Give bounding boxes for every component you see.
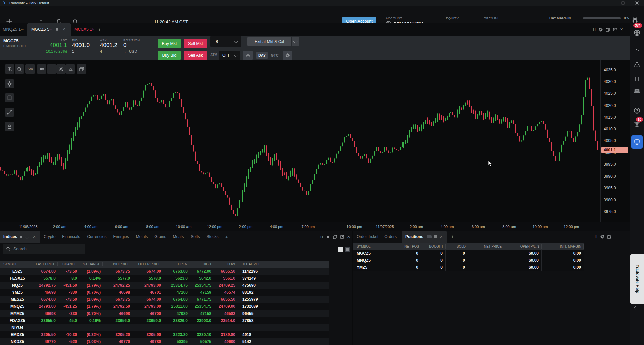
positions-list-icon[interactable]: [434, 235, 437, 238]
community-icon[interactable]: [633, 87, 641, 95]
zoom-in-icon[interactable]: [5, 64, 14, 74]
positions-stack-icon[interactable]: [607, 235, 611, 239]
order-gear-icon[interactable]: [283, 51, 292, 60]
exit-at-mkt-button[interactable]: Exit at Mkt & Cxl: [247, 37, 291, 46]
watchlist-tab-indices[interactable]: Indices ✕: [0, 231, 40, 243]
watchlist-tab-meats[interactable]: Meats: [173, 234, 184, 239]
settings-sliders-icon[interactable]: [631, 17, 639, 24]
zoom-out-icon[interactable]: [15, 64, 24, 74]
panel-close-icon[interactable]: ✕: [620, 27, 623, 32]
panel-h-icon[interactable]: H: [593, 28, 596, 32]
positions-col-symbol[interactable]: SYMBOL: [353, 244, 398, 249]
list-view-toggle[interactable]: [345, 247, 350, 252]
positions-toggle[interactable]: [427, 235, 432, 238]
watchlist-tab-stocks[interactable]: Stocks: [207, 234, 219, 239]
buy-bid-button[interactable]: Buy Bid: [158, 51, 181, 60]
positions-h-icon[interactable]: H: [595, 235, 597, 239]
watchlist-tab-energies[interactable]: Energies: [113, 234, 129, 239]
tab-mnqz5[interactable]: MNQZ5 1m: [3, 23, 24, 36]
positions-row-mnqz5[interactable]: MNQZ5000$0.000.00: [353, 257, 584, 264]
duplicate-chart-icon[interactable]: [77, 64, 86, 74]
watchlist-col-symbol[interactable]: SYMBOL: [0, 262, 35, 266]
panel-popout-icon[interactable]: [613, 28, 617, 32]
chart-type-candles-icon[interactable]: [37, 64, 46, 74]
watchlist-tab-softs[interactable]: Softs: [191, 234, 200, 239]
tab-positions[interactable]: Positions ✕: [402, 231, 447, 243]
tab-orders[interactable]: Orders: [384, 234, 397, 239]
exit-chevron-down-icon[interactable]: [292, 37, 299, 46]
positions-col-net-price[interactable]: NET PRICE: [468, 244, 504, 249]
watchlist-tab-chevron-icon[interactable]: [25, 234, 29, 239]
atm-gear-icon[interactable]: [243, 51, 253, 60]
add-watchlist-tab-icon[interactable]: +: [225, 234, 228, 240]
watchlist-row-niyu4[interactable]: NIYU4: [0, 324, 329, 331]
alerts-warning-icon[interactable]: [633, 60, 641, 68]
watchlist-col--change[interactable]: %CHANGE: [79, 262, 103, 266]
watchlist-row-emdz5[interactable]: EMDZ53205.50-10.30(0.32%)3205.203205.903…: [0, 331, 329, 338]
gtc-toggle[interactable]: GTC: [269, 52, 280, 59]
positions-row-mgcz5[interactable]: MGCZ5000$0.000.00: [353, 250, 584, 257]
watchlist-tab-financials[interactable]: Financials: [62, 234, 80, 239]
watchlist-gear-icon[interactable]: [326, 235, 330, 239]
notes-tool-icon[interactable]: [5, 93, 14, 102]
watchlist-row-mnqz5[interactable]: MNQZ524793.00-451.25(1.79%)24792.5024793…: [0, 303, 329, 310]
feed-globe-icon[interactable]: [633, 29, 641, 37]
positions-tab-close-icon[interactable]: ✕: [440, 235, 443, 239]
select-region-icon[interactable]: [47, 64, 56, 74]
positions-col-bought[interactable]: BOUGHT: [421, 244, 446, 249]
lock-tool-icon[interactable]: [5, 122, 14, 131]
quantity-select[interactable]: 8: [210, 36, 241, 47]
watchlist-row-ymz5[interactable]: YMZ546698-330(0.70%)46698467014710047159…: [0, 289, 329, 296]
watchlist-tab-metals[interactable]: Metals: [136, 234, 148, 239]
chart-panel[interactable]: 5m 4035.04030.04025.04020.04015.04010.04…: [0, 60, 630, 222]
close-icon[interactable]: [630, 0, 644, 6]
watchlist-col-low[interactable]: LOW: [213, 262, 237, 266]
watchlist-popout-icon[interactable]: [340, 235, 344, 239]
watchlist-col-bid-price[interactable]: BID PRICE: [103, 262, 132, 266]
watchlist-tab-grains[interactable]: Grains: [154, 234, 166, 239]
minimize-icon[interactable]: [602, 0, 616, 6]
tab-mclx5[interactable]: MCLX5 1h: [74, 23, 94, 36]
tab-close-icon[interactable]: ✕: [62, 27, 65, 32]
watchlist-h-icon[interactable]: H: [320, 235, 323, 239]
panel-stack-icon[interactable]: [606, 28, 610, 32]
watchlist-col-offer-price[interactable]: OFFER PRICE: [132, 262, 163, 266]
protection-shield-icon[interactable]: [631, 135, 643, 149]
positions-col-net-pos[interactable]: NET POS: [398, 244, 421, 249]
watchlist-col-last-price[interactable]: LAST PRICE: [35, 262, 58, 266]
tradovate-help-tab[interactable]: Tradovate Help: [630, 254, 644, 304]
watchlist-row-fesxz5[interactable]: FESXZ55578.08.00.14%5577.05578.05623.056…: [0, 275, 329, 282]
add-tab-icon[interactable]: +: [98, 23, 101, 36]
watchlist-row-mesz5[interactable]: MESZ56674.00-73.50(1.09%)6673.756674.006…: [0, 296, 329, 303]
panel-gear-icon[interactable]: [599, 28, 603, 32]
add-panel-tab-icon[interactable]: +: [451, 234, 454, 239]
watchlist-col-change[interactable]: CHANGE: [58, 262, 79, 266]
positions-col-open-p-l-[interactable]: OPEN P/L, $: [504, 244, 542, 249]
watchlist-stack-icon[interactable]: [333, 235, 337, 239]
columns-icon[interactable]: [633, 75, 641, 83]
sell-mkt-button[interactable]: Sell Mkt: [184, 39, 207, 48]
chat-icon[interactable]: [633, 44, 641, 52]
axis-scale-icon[interactable]: [66, 64, 75, 74]
maximize-icon[interactable]: [616, 0, 630, 6]
atm-select[interactable]: OFF: [219, 51, 240, 60]
chart-settings-gear-icon[interactable]: [56, 64, 66, 74]
watchlist-row-fdaxz5[interactable]: FDAXZ523655.045.00.19%23656.023659.02382…: [0, 317, 329, 324]
watchlist-col-total-vol-[interactable]: TOTAL VOL.: [237, 262, 288, 266]
buy-mkt-button[interactable]: Buy Mkt: [158, 39, 181, 48]
watchlist-row-mymz5[interactable]: MYMZ546698-330(0.70%)4669846700470894715…: [0, 310, 329, 317]
watchlist-row-nqz5[interactable]: NQZ524792.75-451.50(1.79%)24792.2524793.…: [0, 282, 329, 289]
watchlist-col-high[interactable]: HIGH: [190, 262, 213, 266]
candlestick-chart[interactable]: [0, 60, 600, 222]
positions-col-sold[interactable]: SOLD: [446, 244, 468, 249]
time-axis[interactable]: 11/06/20252:00 am4:00 am6:00 am8:00 am10…: [0, 222, 630, 231]
help-question-icon[interactable]: [633, 107, 641, 115]
watchlist-tab-crypto[interactable]: Crypto: [44, 234, 55, 239]
draw-line-tool-icon[interactable]: [5, 108, 14, 117]
crosshair-tool-icon[interactable]: [5, 79, 14, 88]
day-toggle[interactable]: DAY: [256, 52, 268, 59]
interval-button[interactable]: 5m: [25, 64, 35, 74]
positions-gear-icon[interactable]: [600, 235, 604, 239]
price-axis[interactable]: 4035.04030.04025.04020.04015.04010.04005…: [600, 60, 630, 222]
positions-col-init-margin[interactable]: INIT. MARGIN: [542, 244, 584, 249]
